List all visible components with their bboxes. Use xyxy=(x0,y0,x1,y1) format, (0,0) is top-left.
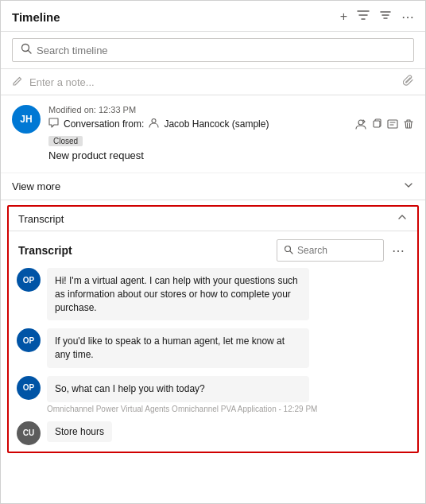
more-options-icon: ⋯ xyxy=(401,10,414,25)
transcript-search-input[interactable] xyxy=(297,245,377,256)
timeline-entry: JH Modified on: 12:33 PM Conversation fr… xyxy=(1,95,425,173)
panel-header: Timeline + ⋯ xyxy=(1,1,425,32)
more-options-button[interactable]: ⋯ xyxy=(401,10,414,25)
avatar: JH xyxy=(12,105,41,134)
filter-button[interactable] xyxy=(357,9,370,25)
transcript-search-icon xyxy=(284,243,293,258)
note-placeholder: Enter a note... xyxy=(29,76,95,88)
chat-bubble-text-3: So, what can I help you with today? xyxy=(47,376,309,402)
svg-point-3 xyxy=(358,120,363,125)
customer-avatar: CU xyxy=(17,421,41,445)
filter-icon xyxy=(357,9,370,25)
transcript-header-title: Transcript xyxy=(18,213,64,225)
transcript-body: Transcript ⋯ xyxy=(9,231,417,452)
conversation-label: Conversation from: xyxy=(64,118,144,130)
chevron-up-icon xyxy=(397,211,408,226)
svg-line-7 xyxy=(290,251,292,254)
person-icon xyxy=(149,118,159,130)
search-icon xyxy=(21,43,32,57)
chat-bubble-wrapper-3: So, what can I help you with today? Omni… xyxy=(47,376,317,413)
paperclip-icon xyxy=(403,75,414,89)
entry-meta: Modified on: 12:33 PM xyxy=(48,105,414,114)
panel-title: Timeline xyxy=(12,10,60,24)
assign-button[interactable] xyxy=(355,118,366,130)
chat-message-3: OP So, what can I help you with today? O… xyxy=(17,376,409,413)
chat-icon xyxy=(48,118,59,130)
attach-button[interactable] xyxy=(403,75,414,89)
agent-avatar-1: OP xyxy=(17,268,41,292)
chat-message-1: OP Hi! I'm a virtual agent. I can help w… xyxy=(17,268,409,320)
add-button[interactable]: + xyxy=(340,10,347,24)
transcript-section: Transcript Transcript xyxy=(7,205,419,453)
chat-bubble-1: Hi! I'm a virtual agent. I can help with… xyxy=(47,268,309,320)
sort-button[interactable] xyxy=(379,9,392,25)
chat-bubble-text-1: Hi! I'm a virtual agent. I can help with… xyxy=(47,268,309,320)
svg-rect-5 xyxy=(388,120,397,128)
status-badge: Closed xyxy=(48,136,83,146)
entry-title: New product request xyxy=(48,149,414,161)
delete-button[interactable] xyxy=(403,118,414,130)
timeline-search-bar[interactable] xyxy=(12,38,414,62)
view-more[interactable]: View more xyxy=(1,173,425,200)
copy-button[interactable] xyxy=(371,118,382,130)
pencil-icon xyxy=(12,76,23,89)
svg-line-1 xyxy=(29,51,32,54)
chat-messages: OP Hi! I'm a virtual agent. I can help w… xyxy=(15,268,411,445)
add-icon: + xyxy=(340,10,347,24)
chat-bubble-2: If you'd like to speak to a human agent,… xyxy=(47,328,309,368)
entry-content: Modified on: 12:33 PM Conversation from:… xyxy=(48,105,414,163)
chat-message-2: OP If you'd like to speak to a human age… xyxy=(17,328,409,368)
transcript-search-bar[interactable] xyxy=(277,239,384,262)
note-bar-left: Enter a note... xyxy=(12,76,95,89)
chevron-down-icon xyxy=(403,180,414,193)
chat-meta-3: Omnichannel Power Virtual Agents Omnicha… xyxy=(47,405,317,413)
agent-avatar-3: OP xyxy=(17,376,41,400)
view-more-label: View more xyxy=(12,180,60,192)
agent-avatar-2: OP xyxy=(17,328,41,352)
chat-message-partial: CU Store hours xyxy=(17,421,409,445)
open-button[interactable] xyxy=(387,118,398,130)
svg-point-2 xyxy=(152,119,156,123)
partial-bubble: Store hours xyxy=(47,421,112,442)
svg-rect-4 xyxy=(374,121,380,127)
header-icons: + ⋯ xyxy=(340,9,414,25)
chat-bubble-text-2: If you'd like to speak to a human agent,… xyxy=(47,328,309,368)
entry-action-icons xyxy=(355,118,414,130)
transcript-collapse-header[interactable]: Transcript xyxy=(9,207,417,231)
timeline-panel: Timeline + ⋯ xyxy=(0,0,426,504)
transcript-title: Transcript xyxy=(18,244,72,257)
entry-conversation: Conversation from: Jacob Hancock (sample… xyxy=(48,118,414,130)
note-bar: Enter a note... xyxy=(1,68,425,95)
transcript-toolbar: Transcript ⋯ xyxy=(15,231,411,268)
more-dots-icon: ⋯ xyxy=(392,244,405,258)
search-input[interactable] xyxy=(37,45,405,56)
transcript-more-button[interactable]: ⋯ xyxy=(389,242,408,260)
contact-name: Jacob Hancock (sample) xyxy=(164,118,269,130)
sort-icon xyxy=(379,9,392,25)
